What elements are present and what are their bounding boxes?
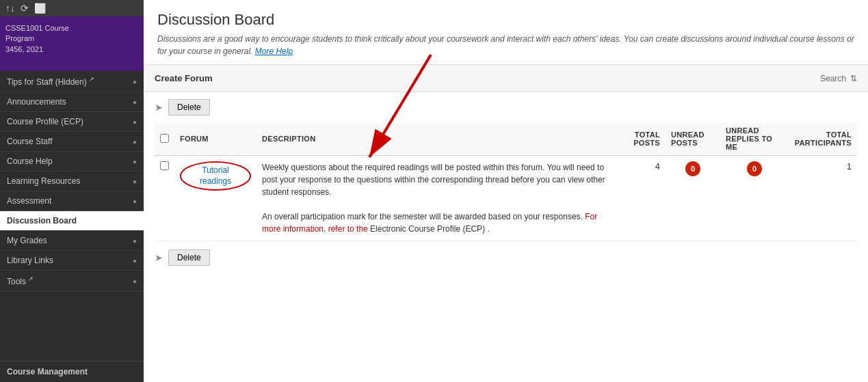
header-total-posts: TOTAL POSTS	[611, 122, 666, 156]
sidebar-item-label-tools: Tools ↗	[7, 275, 34, 286]
search-area[interactable]: Search ⇅	[820, 74, 857, 83]
table-header-row: FORUM DESCRIPTION TOTAL POSTS UNREAD POS…	[155, 122, 857, 156]
unread-replies-badge: 0	[747, 161, 762, 176]
back-forward-icon[interactable]: ↑↓	[5, 3, 15, 14]
sidebar-item-course-staff[interactable]: Course Staff ●	[0, 132, 144, 152]
sidebar-item-label-tips: Tips for Staff (Hidden) ↗	[7, 76, 94, 87]
forum-name-cell: Tutorial readings	[174, 156, 257, 241]
sidebar-item-discussion-board[interactable]: Discussion Board	[0, 211, 144, 231]
refresh-icon[interactable]: ⟳	[21, 3, 29, 14]
highlight-text: For more information, refer to the	[262, 212, 597, 234]
sidebar-item-tips[interactable]: Tips for Staff (Hidden) ↗ ●	[0, 71, 144, 92]
unread-posts-badge: 0	[685, 161, 700, 176]
main-content: Discussion Board Discussions are a good …	[144, 0, 868, 273]
table-section: ➤ Delete FORUM DESCRIPTION TOTAL POSTS U…	[144, 92, 868, 273]
action-bar: Create Forum Search ⇅	[144, 65, 868, 92]
course-info-panel: CSSE1001 Course Program 3456, 2021	[0, 16, 144, 71]
chevron-icon-assessment: ●	[133, 197, 137, 205]
row-checkbox-0[interactable]	[160, 161, 169, 170]
forum-table: FORUM DESCRIPTION TOTAL POSTS UNREAD POS…	[155, 122, 857, 241]
header-unread-replies: UNREAD REPLIES TO ME	[720, 122, 789, 156]
header-total-participants: TOTAL PARTICIPANTS	[789, 122, 857, 156]
chevron-icon-library-links: ●	[133, 257, 137, 264]
sidebar-item-label-discussion-board: Discussion Board	[7, 216, 77, 226]
sidebar-item-assessment[interactable]: Assessment ●	[0, 191, 144, 211]
header-forum: FORUM	[174, 122, 257, 156]
page-header: Discussion Board Discussions are a good …	[144, 0, 868, 65]
header-unread-posts: UNREAD POSTS	[666, 122, 720, 156]
sidebar-footer-label: Course Management	[0, 361, 144, 382]
page-description: Discussions are a good way to encourage …	[157, 33, 854, 57]
sidebar-item-label-assessment: Assessment	[7, 196, 51, 206]
sidebar-item-label-library-links: Library Links	[7, 256, 53, 265]
chevron-icon-learning-resources: ●	[133, 178, 137, 185]
sidebar-item-label-learning-resources: Learning Resources	[7, 176, 80, 186]
forum-description-cell: Weekly questions about the required read…	[257, 156, 611, 241]
search-label: Search	[820, 74, 846, 83]
sidebar-item-learning-resources[interactable]: Learning Resources ●	[0, 172, 144, 191]
delete-top-bar: ➤ Delete	[155, 99, 857, 115]
forum-name-link[interactable]: Tutorial readings	[180, 161, 251, 191]
chevron-icon-tips: ●	[133, 78, 137, 85]
total-posts-value: 4	[655, 159, 660, 172]
table-row: Tutorial readings Weekly questions about…	[155, 156, 857, 241]
arrow-right-bottom-icon: ➤	[155, 252, 163, 263]
main-wrapper: Discussion Board Discussions are a good …	[144, 0, 868, 382]
unread-posts-cell: 0	[666, 156, 720, 241]
chevron-icon-my-grades: ●	[133, 237, 137, 245]
chevron-icon-announcements: ●	[133, 98, 137, 106]
sidebar-navigation: Tips for Staff (Hidden) ↗ ● Announcement…	[0, 71, 144, 361]
chevron-icon-course-profile: ●	[133, 118, 137, 126]
arrow-right-icon: ➤	[155, 102, 163, 113]
page-title: Discussion Board	[157, 11, 854, 29]
sidebar-item-label-course-profile: Course Profile (ECP)	[7, 117, 83, 126]
header-description: DESCRIPTION	[257, 122, 611, 156]
sidebar-item-label-my-grades: My Grades	[7, 236, 47, 245]
sidebar-item-label-announcements: Announcements	[7, 97, 66, 107]
unread-replies-cell: 0	[720, 156, 789, 241]
chevron-icon-course-help: ●	[133, 158, 137, 165]
more-help-link[interactable]: More Help	[255, 46, 293, 56]
window-icon[interactable]: ⬜	[34, 3, 46, 14]
delete-top-button[interactable]: Delete	[168, 99, 210, 115]
sidebar-toolbar: ↑↓ ⟳ ⬜	[0, 0, 144, 16]
total-participants-value: 1	[847, 159, 852, 172]
sidebar-item-course-profile[interactable]: Course Profile (ECP) ●	[0, 112, 144, 132]
forum-description-text: Weekly questions about the required read…	[262, 161, 605, 235]
create-forum-button[interactable]: Create Forum	[155, 70, 213, 86]
total-posts-cell: 4	[611, 156, 666, 241]
delete-bottom-button[interactable]: Delete	[168, 249, 210, 266]
forum-table-body: Tutorial readings Weekly questions about…	[155, 156, 857, 241]
sidebar-item-my-grades[interactable]: My Grades ●	[0, 231, 144, 251]
sidebar-item-announcements[interactable]: Announcements ●	[0, 92, 144, 112]
select-all-checkbox[interactable]	[160, 134, 169, 143]
chevron-icon-course-staff: ●	[133, 138, 137, 146]
sidebar: ↑↓ ⟳ ⬜ CSSE1001 Course Program 3456, 202…	[0, 0, 144, 382]
header-checkbox-col	[155, 122, 174, 156]
sidebar-item-library-links[interactable]: Library Links ●	[0, 251, 144, 271]
row-checkbox-col	[155, 156, 174, 241]
sidebar-item-label-course-help: Course Help	[7, 156, 53, 166]
chevron-icon-tools: ●	[133, 277, 137, 285]
sidebar-item-tools[interactable]: Tools ↗ ●	[0, 271, 144, 292]
total-participants-cell: 1	[789, 156, 857, 241]
delete-bottom-bar: ➤ Delete	[155, 249, 857, 266]
sidebar-item-course-help[interactable]: Course Help ●	[0, 152, 144, 172]
sidebar-item-label-course-staff: Course Staff	[7, 137, 52, 146]
sort-icon: ⇅	[850, 74, 857, 83]
course-title: CSSE1001 Course Program 3456, 2021	[5, 23, 138, 55]
